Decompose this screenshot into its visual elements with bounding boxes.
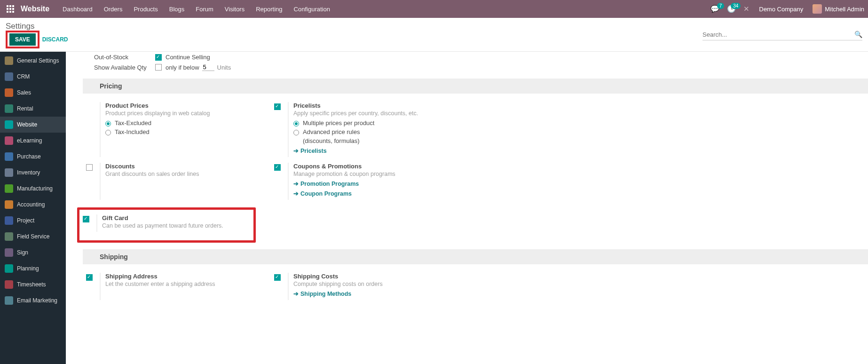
sidebar-item-elearning[interactable]: eLearning [0,133,66,149]
coupon-programs-link[interactable]: ➔Coupon Programs [293,190,459,197]
module-icon [5,152,13,161]
promotion-programs-link[interactable]: ➔Promotion Programs [293,180,459,187]
apps-launcher-icon[interactable] [4,2,17,16]
module-icon [5,72,13,81]
sidebar-item-label: Rental [17,105,33,112]
sidebar-item-label: Field Service [17,233,49,240]
pricelists-desc: Apply specific prices per country, disco… [293,110,459,117]
coupons-checkbox[interactable] [274,164,281,171]
brand-title[interactable]: Website [21,5,49,13]
nav-blogs[interactable]: Blogs [164,6,190,13]
sidebar-item-label: Timesheets [17,281,46,288]
activities-icon[interactable]: 🕓 34 [727,5,736,13]
pricelists-link[interactable]: ➔Pricelists [293,147,459,154]
shipping-costs-title: Shipping Costs [293,273,459,280]
search-icon[interactable]: 🔍 [854,31,862,38]
arrow-right-icon: ➔ [293,147,299,154]
sidebar-item-label: eLearning [17,137,42,144]
discard-button[interactable]: DISCARD [42,36,68,43]
shipping-costs-checkbox[interactable] [274,274,281,281]
sidebar-item-label: Email Marketing [17,297,57,304]
show-qty-label: Show Available Qty [94,64,155,71]
setting-shipping-address: Shipping Address Let the customer enter … [83,270,271,303]
sidebar-item-label: Website [17,121,37,128]
multi-price-radio[interactable] [293,121,299,127]
nav-products[interactable]: Products [128,6,163,13]
sidebar-item-crm[interactable]: CRM [0,69,66,85]
adv-price-radio[interactable] [293,130,299,135]
user-menu[interactable]: Mitchell Admin [813,4,864,14]
save-highlight: SAVE [6,31,39,48]
sidebar-item-accounting[interactable]: Accounting [0,197,66,213]
sidebar-item-general-settings[interactable]: General Settings [0,53,66,69]
gift-card-desc: Can be used as payment toward future ord… [102,222,251,229]
search-input[interactable] [702,29,852,40]
module-icon [5,168,13,177]
nav-visitors[interactable]: Visitors [219,6,250,13]
module-icon [5,56,13,65]
setting-discounts: Discounts Grant discounts on sales order… [83,160,271,203]
module-icon [5,216,13,225]
sidebar-item-manufacturing[interactable]: Manufacturing [0,181,66,197]
module-icon [5,136,13,145]
arrow-right-icon: ➔ [293,180,299,187]
sidebar-item-label: Accounting [17,201,45,208]
pricelists-checkbox[interactable] [274,103,281,110]
module-icon [5,120,13,129]
product-prices-title: Product Prices [105,102,271,109]
show-qty-row: Show Available Qty only if below Units [94,62,868,72]
product-prices-desc: Product prices displaying in web catalog [105,110,271,117]
sidebar-item-project[interactable]: Project [0,213,66,229]
setting-pricelists: Pricelists Apply specific prices per cou… [271,99,459,160]
sidebar-item-label: General Settings [17,57,59,64]
shipping-costs-desc: Compute shipping costs on orders [293,281,459,287]
search-bar: 🔍 [702,29,862,40]
activities-badge: 34 [731,3,741,9]
sidebar-item-planning[interactable]: Planning [0,261,66,277]
sidebar-item-website[interactable]: Website [0,117,66,133]
discounts-desc: Grant discounts on sales order lines [105,171,271,177]
close-icon[interactable]: ✕ [743,5,750,13]
module-icon [5,280,13,289]
nav-reporting[interactable]: Reporting [250,6,288,13]
sidebar-item-sales[interactable]: Sales [0,85,66,101]
qty-threshold-input[interactable] [202,63,214,71]
out-of-stock-row: Out-of-Stock Continue Selling [94,52,868,62]
setting-coupons: Coupons & Promotions Manage promotion & … [271,160,459,203]
only-if-below-checkbox[interactable] [155,64,162,71]
gift-card-title: Gift Card [102,214,251,222]
sidebar-item-field-service[interactable]: Field Service [0,229,66,245]
sidebar-item-email-marketing[interactable]: Email Marketing [0,293,66,309]
gift-card-highlight: Gift Card Can be used as payment toward … [77,207,256,243]
discounts-checkbox[interactable] [86,164,93,171]
settings-sidebar: General SettingsCRMSalesRentalWebsiteeLe… [0,52,66,364]
nav-dashboard[interactable]: Dashboard [57,6,98,13]
pricing-header: Pricing [83,79,868,94]
out-of-stock-label: Out-of-Stock [94,54,155,61]
module-icon [5,248,13,257]
sidebar-item-inventory[interactable]: Inventory [0,165,66,181]
sidebar-item-purchase[interactable]: Purchase [0,149,66,165]
units-label: Units [217,64,231,71]
continue-selling-checkbox[interactable] [155,54,162,61]
tax-excluded-radio[interactable] [105,121,111,127]
sidebar-item-label: Manufacturing [17,185,53,192]
sidebar-item-rental[interactable]: Rental [0,101,66,117]
gift-card-checkbox[interactable] [83,216,89,222]
topbar: Website Dashboard Orders Products Blogs … [0,0,868,18]
nav-forum[interactable]: Forum [190,6,219,13]
shipping-methods-link[interactable]: ➔Shipping Methods [293,290,459,297]
sidebar-item-sign[interactable]: Sign [0,245,66,261]
shipping-address-checkbox[interactable] [86,274,93,281]
sidebar-item-label: Inventory [17,169,40,176]
company-name[interactable]: Demo Company [759,6,803,13]
tax-included-radio[interactable] [105,130,111,135]
sidebar-item-timesheets[interactable]: Timesheets [0,277,66,293]
coupons-title: Coupons & Promotions [293,163,459,170]
nav-orders[interactable]: Orders [98,6,128,13]
save-button[interactable]: SAVE [9,33,36,46]
user-name: Mitchell Admin [825,6,864,13]
nav-configuration[interactable]: Configuration [288,6,336,13]
sidebar-item-label: Sales [17,89,31,96]
messages-icon[interactable]: 💬 7 [710,5,719,13]
